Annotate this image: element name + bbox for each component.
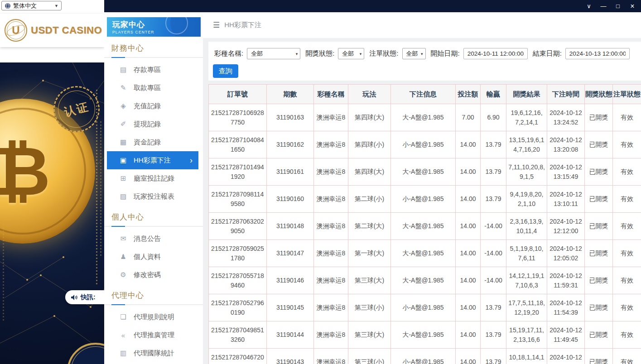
window-titlebar: ∨—□×: [104, 0, 641, 12]
table-cell: 2024-10-12 13:20:08: [547, 131, 585, 158]
table-cell: 第三球(小): [348, 294, 391, 321]
table-cell: 第四球(大): [348, 158, 391, 186]
end-date-input[interactable]: [565, 48, 630, 59]
report-icon: ▨: [119, 192, 128, 201]
table-cell: 14.00: [456, 240, 481, 267]
table-cell: -14.00: [481, 213, 506, 240]
table-cell: 2024-10-12 11:59:31: [547, 267, 585, 294]
sidebar-item[interactable]: ▦資金記錄: [107, 133, 198, 151]
sidebar-item-label: 代理推廣管理: [134, 331, 174, 340]
banknote-icon: ▦: [119, 138, 128, 146]
table-cell: 14,12,1,19,17,10,6,3: [506, 267, 547, 294]
table-cell: 13,15,19,6,14,7,16,20: [506, 131, 547, 158]
news-ticker[interactable]: 快訊:: [65, 290, 104, 304]
table-cell: 澳洲幸运8: [314, 186, 348, 213]
column-header: 訂單號: [209, 85, 267, 104]
table-cell: 5,1,19,8,10,7,6,11: [506, 240, 547, 267]
sidebar-item[interactable]: ▥代理國隊統計: [107, 344, 198, 362]
sidebar-item[interactable]: ✎取款專區: [107, 79, 198, 97]
table-cell: 大-A盤@1.985: [391, 267, 456, 294]
stats-icon: ▥: [119, 349, 128, 357]
filter-label: 開獎狀態:: [305, 49, 334, 58]
select-value: 全部: [406, 50, 418, 58]
language-selector[interactable]: 繁体中文 ▼: [1, 1, 62, 10]
section-title: 代理中心: [111, 290, 203, 301]
table-row: 215217287052796019031190145澳洲幸运8第三球(小)小-…: [209, 294, 641, 321]
brand-panel: 繁体中文 ▼ U USDT CASINO ₿: [0, 0, 104, 364]
minimize-icon[interactable]: —: [600, 3, 607, 9]
sidebar-item[interactable]: ✉消息公告: [107, 230, 198, 248]
maximize-icon[interactable]: □: [615, 3, 621, 9]
column-header: 玩法: [348, 85, 391, 104]
table-cell: 小-A盤@1.985: [391, 294, 456, 321]
sidebar-item[interactable]: ▤存款專區: [107, 61, 198, 79]
price-tag-icon: ✐: [119, 120, 128, 128]
column-header: 開獎狀態: [585, 85, 613, 104]
hamburger-icon[interactable]: ☰: [213, 20, 220, 30]
sidebar-item[interactable]: ✐提現記錄: [107, 115, 198, 133]
chevron-down-icon[interactable]: ∨: [586, 3, 592, 9]
table-cell: 澳洲幸运8: [314, 267, 348, 294]
table-cell: 17,7,5,11,18,12,19,20: [506, 294, 547, 321]
table-cell: 14.00: [456, 349, 481, 364]
table-cell: 31190145: [267, 294, 314, 321]
column-header: 輸贏: [481, 85, 506, 104]
table-cell: 2152172871040841650: [209, 131, 267, 158]
table-cell: 31190160: [267, 186, 314, 213]
brand-name: USDT CASINO: [31, 24, 102, 36]
dropdown-arrow-icon: ▾: [360, 52, 362, 56]
table-cell: 2152172870467207360: [209, 349, 267, 364]
table-cell: 有效: [613, 349, 641, 364]
table-cell: 有效: [613, 104, 641, 131]
language-label: 繁体中文: [13, 2, 52, 10]
table-cell: 有效: [613, 131, 641, 158]
table-cell: 有效: [613, 267, 641, 294]
start-date-input[interactable]: [463, 48, 528, 59]
table-cell: 已開獎: [585, 158, 613, 186]
table-row: 215217287055718946031190146澳洲幸运8第三球(大)大-…: [209, 267, 641, 294]
sidebar-item[interactable]: «代理推廣管理: [107, 326, 198, 344]
query-button[interactable]: 查詢: [213, 64, 238, 78]
table-cell: 2024-10-12 13:15:49: [547, 158, 585, 186]
lottery-type-select[interactable]: 全部▾: [247, 48, 300, 59]
sidebar-item[interactable]: ▣HH彩票下注›: [107, 151, 198, 169]
table-row: 215217287063202905031190148澳洲幸运8第二球(大)大-…: [209, 213, 641, 240]
select-value: 全部: [342, 50, 354, 58]
table-cell: 9,4,19,8,20,2,1,10: [506, 186, 547, 213]
filter-label: 注單狀態:: [369, 49, 398, 58]
table-cell: 14.00: [456, 213, 481, 240]
draw-status-select[interactable]: 全部▾: [338, 48, 364, 59]
brand-logo: U USDT CASINO: [0, 14, 104, 47]
table-cell: 2024-10-12 11:44:32: [547, 349, 585, 364]
sidebar-item-label: 玩家投注報表: [134, 192, 174, 201]
sidebar-item-label: HH彩票下注: [134, 156, 171, 165]
table-row: 215217287101494192031190161澳洲幸运8第四球(大)大-…: [209, 158, 641, 186]
main-content: ☰ HH彩票下注 彩種名稱:全部▾開獎狀態:全部▾注單狀態:全部▾開始日期:結束…: [203, 12, 641, 364]
table-cell: 澳洲幸运8: [314, 294, 348, 321]
table-cell: 2024-10-12 12:12:00: [547, 213, 585, 240]
close-icon[interactable]: ×: [629, 3, 636, 10]
table-cell: 14.00: [456, 294, 481, 321]
sidebar-item[interactable]: ♟個人資料: [107, 248, 198, 266]
table-cell: -14.00: [481, 240, 506, 267]
sidebar-item[interactable]: ▨玩家投注報表: [107, 187, 198, 206]
table-cell: 小-A盤@1.985: [391, 349, 456, 364]
table-cell: 14.00: [456, 267, 481, 294]
sidebar-item[interactable]: ⊞廳室投註記錄: [107, 169, 198, 187]
table-cell: 已開獎: [585, 294, 613, 321]
table-cell: 有效: [613, 186, 641, 213]
sidebar-item[interactable]: ❏代理規則說明: [107, 308, 198, 326]
table-cell: 2152172871014941920: [209, 158, 267, 186]
table-cell: 13.79: [481, 294, 506, 321]
pen-icon: ✎: [119, 84, 128, 92]
filter-label: 結束日期:: [533, 49, 562, 58]
sidebar-item[interactable]: ⚙修改密碼: [107, 266, 198, 284]
column-header: 開獎結果: [506, 85, 547, 104]
table-cell: 澳洲幸运8: [314, 240, 348, 267]
sidebar-item-label: 提現記錄: [134, 120, 161, 129]
order-status-select[interactable]: 全部▾: [402, 48, 426, 59]
sidebar-item[interactable]: ◈充值記錄: [107, 97, 198, 115]
table-cell: 14.00: [456, 131, 481, 158]
filter-label: 彩種名稱:: [214, 49, 243, 58]
section-title: 個人中心: [111, 212, 203, 222]
